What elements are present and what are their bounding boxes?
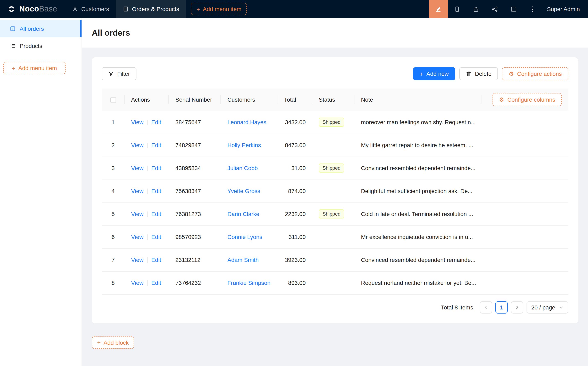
page-header: All orders xyxy=(82,18,588,47)
view-link[interactable]: View xyxy=(131,188,143,194)
more-button[interactable]: ⋮ xyxy=(523,0,542,18)
actions-cell: ViewEdit xyxy=(125,225,169,248)
ui-editor-button[interactable] xyxy=(429,0,448,18)
view-link[interactable]: View xyxy=(131,257,143,263)
view-link[interactable]: View xyxy=(131,119,143,125)
actions-cell: ViewEdit xyxy=(125,248,169,271)
spacer-cell xyxy=(482,134,568,157)
table-file-icon xyxy=(10,26,15,31)
serial-cell: 74829847 xyxy=(169,134,221,157)
row-index: 7 xyxy=(102,248,125,271)
edit-link[interactable]: Edit xyxy=(151,165,161,171)
user-menu[interactable]: Super Admin xyxy=(542,0,588,18)
api-button[interactable] xyxy=(486,0,505,18)
row-index: 5 xyxy=(102,202,125,225)
action-divider xyxy=(147,120,148,125)
view-link[interactable]: View xyxy=(131,142,143,148)
action-divider xyxy=(147,234,148,240)
pagination-next-button[interactable] xyxy=(511,301,523,313)
logo-text: NocoBase xyxy=(19,5,57,14)
add-menu-item-label: Add menu item xyxy=(18,65,57,71)
customer-link[interactable]: Adam Smith xyxy=(227,257,259,263)
total-cell: 893.00 xyxy=(277,271,312,294)
customer-link[interactable]: Holly Perkins xyxy=(227,142,261,148)
sidebar: All orders Products + Add menu xyxy=(0,18,82,366)
sidebar-item-products[interactable]: Products xyxy=(0,37,82,54)
customer-link[interactable]: Yvette Gross xyxy=(227,188,260,194)
serial-cell: 38475647 xyxy=(169,111,221,134)
edit-link[interactable]: Edit xyxy=(151,257,161,263)
view-link[interactable]: View xyxy=(131,165,143,171)
gear-icon: ⚙ xyxy=(499,97,504,102)
status-cell xyxy=(312,271,354,294)
topbar-right: ⋮ Super Admin xyxy=(429,0,588,18)
add-new-label: Add new xyxy=(426,70,449,77)
pagination: Total 8 items 1 xyxy=(102,301,568,313)
customer-link[interactable]: Darin Clarke xyxy=(227,211,259,217)
select-all-checkbox[interactable] xyxy=(110,97,116,103)
row-index: 8 xyxy=(102,271,125,294)
spacer-cell xyxy=(482,271,568,294)
customer-link[interactable]: Leonard Hayes xyxy=(227,119,266,125)
action-divider xyxy=(147,212,148,217)
filter-icon xyxy=(108,71,114,77)
pagination-page-1[interactable]: 1 xyxy=(495,301,507,313)
sidebar-item-all-orders[interactable]: All orders xyxy=(0,20,82,37)
edit-link[interactable]: Edit xyxy=(151,142,161,148)
add-menu-item-button-header[interactable]: + Add menu item xyxy=(191,3,247,15)
row-index: 1 xyxy=(102,111,125,134)
edit-link[interactable]: Edit xyxy=(151,119,161,125)
view-link[interactable]: View xyxy=(131,280,143,286)
add-new-button[interactable]: + Add new xyxy=(413,67,455,80)
table-row: 8 ViewEdit 73764232 Frankie Simpson 893.… xyxy=(102,271,568,294)
customer-cell: Frankie Simpson xyxy=(221,271,277,294)
view-link[interactable]: View xyxy=(131,211,143,217)
configure-actions-button[interactable]: ⚙ Configure actions xyxy=(502,67,568,80)
nav-orders-products[interactable]: Orders & Products xyxy=(116,0,186,18)
spacer-cell xyxy=(482,202,568,225)
nav-customers-label: Customers xyxy=(81,6,109,12)
mobile-button[interactable] xyxy=(448,0,467,18)
logo[interactable]: NocoBase xyxy=(0,0,65,18)
edit-link[interactable]: Edit xyxy=(151,188,161,194)
table-toolbar: Filter + Add new xyxy=(102,67,568,80)
note-cell: Delightful met sufficient projection ask… xyxy=(354,180,482,202)
total-cell: 2232.00 xyxy=(277,202,312,225)
add-block-button[interactable]: + Add block xyxy=(92,336,134,349)
status-cell: Shipped xyxy=(312,202,354,225)
edit-link[interactable]: Edit xyxy=(151,280,161,286)
table-row: 5 ViewEdit 76381273 Darin Clarke 2232.00… xyxy=(102,202,568,225)
configure-columns-button[interactable]: ⚙ Configure columns xyxy=(492,93,562,106)
delete-button[interactable]: Delete xyxy=(459,67,498,80)
page-size-select[interactable]: 20 / page xyxy=(526,301,568,313)
nav-orders-products-label: Orders & Products xyxy=(132,6,179,12)
view-link[interactable]: View xyxy=(131,234,143,240)
total-cell: 3923.00 xyxy=(277,248,312,271)
pagination-prev-button[interactable] xyxy=(480,301,492,313)
top-navigation: Customers Orders & Products + Add menu i… xyxy=(65,0,247,18)
nav-customers[interactable]: Customers xyxy=(65,0,116,18)
edit-link[interactable]: Edit xyxy=(151,211,161,217)
customer-link[interactable]: Julian Cobb xyxy=(227,165,258,171)
action-divider xyxy=(147,280,148,286)
logo-text-bold: Noco xyxy=(19,5,39,13)
column-header-actions: Actions xyxy=(125,89,169,111)
edit-link[interactable]: Edit xyxy=(151,234,161,240)
chevron-down-icon xyxy=(559,305,563,309)
add-menu-item-button-sidebar[interactable]: + Add menu item xyxy=(3,62,66,74)
customer-cell: Julian Cobb xyxy=(221,157,277,180)
ellipsis-vertical-icon: ⋮ xyxy=(529,6,536,13)
nocobase-logo-icon xyxy=(7,4,16,14)
customer-link[interactable]: Connie Lyons xyxy=(227,234,262,240)
layout-button[interactable] xyxy=(505,0,523,18)
spacer-cell xyxy=(482,111,568,134)
action-divider xyxy=(147,189,148,194)
customer-link[interactable]: Frankie Simpson xyxy=(227,280,271,286)
select-all-header xyxy=(102,89,125,111)
total-cell: 3432.00 xyxy=(277,111,312,134)
configure-columns-label: Configure columns xyxy=(507,96,555,103)
actions-cell: ViewEdit xyxy=(125,157,169,180)
filter-button[interactable]: Filter xyxy=(102,67,136,80)
status-cell xyxy=(312,180,354,202)
lock-button[interactable] xyxy=(467,0,486,18)
